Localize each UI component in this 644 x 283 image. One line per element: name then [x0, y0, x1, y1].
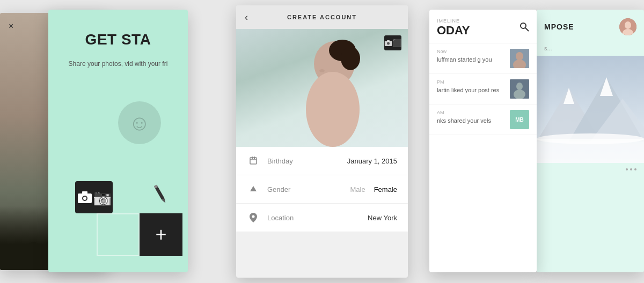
- location-label: Location: [267, 214, 310, 222]
- timeline-text: nks shared your vels: [437, 117, 506, 125]
- svg-point-2: [83, 197, 86, 200]
- profile-photo-area: [236, 29, 408, 147]
- svg-rect-17: [252, 157, 253, 159]
- card-get-started: GET STA Share your photos, vid with your…: [48, 10, 188, 272]
- svg-point-22: [521, 23, 526, 28]
- svg-rect-3: [82, 191, 87, 194]
- woman-figure: [283, 34, 380, 147]
- woman-silhouette-svg: [283, 34, 380, 147]
- timeline-day: ODAY: [437, 24, 470, 38]
- dot-2: [630, 168, 632, 170]
- svg-point-41: [537, 133, 644, 144]
- gender-field-row[interactable]: Gender Male Female: [236, 175, 408, 204]
- camera-svg-icon: [77, 190, 93, 204]
- svg-point-14: [387, 42, 390, 44]
- card-create-account: ‹ CREATE ACCOUNT: [236, 5, 408, 278]
- location-svg-icon: [250, 213, 257, 222]
- timeline-avatar: [510, 79, 529, 99]
- gender-female-option[interactable]: Female: [374, 185, 397, 193]
- card-compose: MPOSE s...: [537, 10, 644, 272]
- timeline-title-group: IMELINE ODAY: [437, 18, 470, 38]
- svg-point-25: [516, 52, 523, 61]
- timeline-name: nks shared your vels: [437, 117, 491, 124]
- form-fields: Birthday January 1, 2015 Gender Male Fem…: [236, 147, 408, 232]
- dot-1: [626, 168, 628, 170]
- birthday-value: January 1, 2015: [310, 157, 397, 165]
- back-button[interactable]: ‹: [245, 12, 248, 23]
- timeline-item: AM nks shared your vels MB: [429, 105, 537, 135]
- location-icon: [247, 211, 260, 224]
- avatar-svg: [510, 49, 529, 68]
- birthday-icon: [247, 154, 260, 167]
- close-button[interactable]: ×: [9, 21, 13, 31]
- timeline-time: Now: [437, 49, 506, 54]
- gender-svg-icon: [249, 185, 258, 193]
- icons-area: [64, 91, 172, 256]
- timeline-avatar-mb: MB: [510, 110, 529, 129]
- create-account-header: ‹ CREATE ACCOUNT: [236, 5, 408, 29]
- timeline-header: IMELINE ODAY: [429, 10, 537, 43]
- svg-point-21: [252, 215, 255, 218]
- photo-camera-button[interactable]: [384, 35, 401, 50]
- mountain-svg: [537, 56, 644, 163]
- timeline-label: IMELINE: [437, 18, 470, 24]
- compose-image-area: [537, 56, 644, 163]
- compose-avatar-svg: [619, 18, 636, 35]
- timeline-time: AM: [437, 110, 506, 115]
- timeline-name: lartin liked your post res: [437, 87, 499, 93]
- pencil-icon: [150, 182, 172, 209]
- mint-decorative-block: [97, 213, 140, 256]
- gender-icon: [247, 183, 260, 196]
- smiley-icon: [118, 101, 161, 144]
- timeline-time: PM: [437, 79, 506, 85]
- avatar-image: [510, 49, 529, 68]
- compose-input-placeholder[interactable]: s...: [537, 41, 644, 56]
- get-started-subtitle: Share your photos, vid with your fri: [69, 59, 168, 69]
- birthday-label: Birthday: [267, 157, 310, 165]
- gender-male-option[interactable]: Male: [350, 185, 365, 193]
- card-timeline: IMELINE ODAY Now luffman started g you: [429, 10, 537, 272]
- gender-label: Gender: [267, 185, 310, 193]
- search-icon[interactable]: [519, 22, 529, 34]
- timeline-avatar: [510, 49, 529, 68]
- screen-container: × GET STA Share your photos, vid with yo…: [0, 0, 644, 283]
- timeline-text: luffman started g you: [437, 56, 506, 64]
- svg-point-31: [625, 21, 631, 29]
- svg-rect-18: [254, 157, 255, 159]
- compose-header: MPOSE: [537, 10, 644, 41]
- avatar-image: [510, 79, 529, 99]
- location-field-row[interactable]: Location New York: [236, 204, 408, 232]
- svg-point-12: [319, 69, 325, 72]
- svg-line-23: [525, 28, 529, 31]
- svg-point-11: [306, 72, 360, 147]
- timeline-item: Now luffman started g you: [429, 43, 537, 74]
- pencil-svg-icon: [150, 182, 170, 206]
- woman-photo: [236, 29, 408, 147]
- dot-3: [634, 168, 636, 170]
- camera-icon-block: [75, 181, 113, 213]
- gender-options: Male Female: [310, 185, 397, 193]
- camera-button-icon: [384, 39, 392, 47]
- svg-marker-20: [250, 186, 257, 191]
- svg-point-28: [516, 83, 523, 90]
- create-account-title: CREATE ACCOUNT: [287, 14, 357, 20]
- timeline-text: lartin liked your post res: [437, 86, 506, 94]
- svg-point-9: [341, 47, 360, 70]
- compose-action-dots[interactable]: [537, 163, 644, 176]
- compose-title: MPOSE: [544, 23, 574, 31]
- avatar-svg-2: [510, 79, 529, 99]
- birthday-field-row[interactable]: Birthday January 1, 2015: [236, 147, 408, 175]
- search-svg-icon: [519, 22, 529, 32]
- timeline-item-content: PM lartin liked your post res: [437, 79, 506, 94]
- compose-user-avatar: [619, 18, 636, 35]
- location-value: New York: [310, 214, 397, 222]
- timeline-name: luffman started g you: [437, 56, 492, 63]
- get-started-title: GET STA: [85, 31, 151, 48]
- birthday-svg-icon: [249, 157, 258, 165]
- svg-rect-16: [250, 158, 257, 164]
- timeline-item: PM lartin liked your post res: [429, 74, 537, 105]
- svg-rect-15: [387, 40, 390, 42]
- add-icon-block: [140, 213, 182, 256]
- timeline-item-content: AM nks shared your vels: [437, 110, 506, 125]
- timeline-item-content: Now luffman started g you: [437, 49, 506, 64]
